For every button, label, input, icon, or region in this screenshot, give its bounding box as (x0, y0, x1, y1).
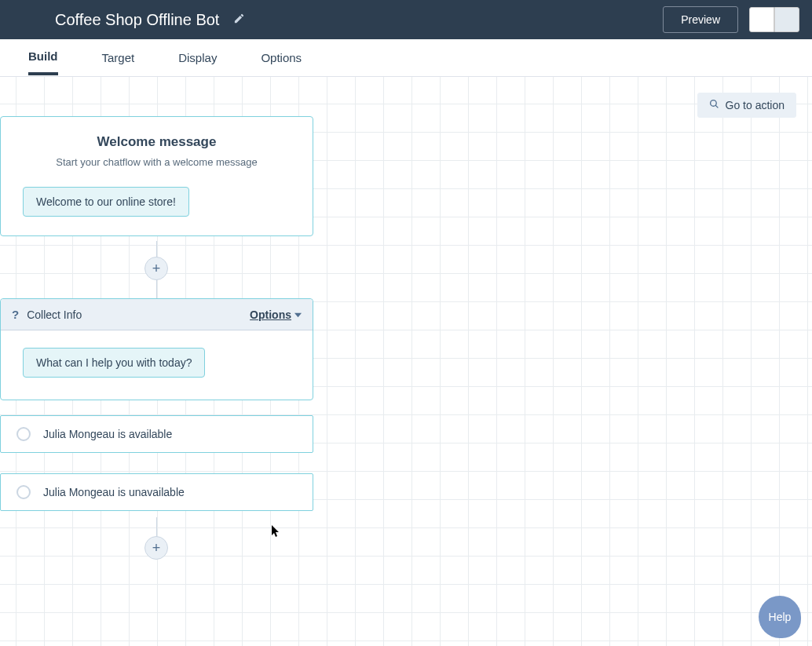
flow-canvas[interactable]: Go to action Welcome message Start your … (0, 77, 812, 646)
help-button[interactable]: Help (759, 596, 801, 638)
branch-label: Julia Mongeau is unavailable (43, 486, 185, 498)
add-step-button[interactable]: + (144, 257, 168, 280)
branch-label: Julia Mongeau is available (43, 428, 172, 440)
preview-button[interactable]: Preview (663, 6, 738, 33)
chevron-down-icon (294, 308, 302, 321)
collect-node-header: ? Collect Info Options (1, 299, 313, 330)
edit-title-icon[interactable] (233, 13, 245, 27)
node-options-dropdown[interactable]: Options (250, 308, 302, 321)
go-to-action-button[interactable]: Go to action (697, 93, 797, 118)
plus-icon: + (152, 540, 161, 557)
plus-icon: + (152, 261, 161, 277)
tab-display[interactable]: Display (178, 42, 217, 74)
radio-icon (16, 427, 31, 441)
welcome-node-subtitle: Start your chatflow with a welcome messa… (23, 156, 291, 168)
options-label: Options (250, 308, 291, 321)
welcome-node-title: Welcome message (23, 134, 291, 150)
search-icon (709, 99, 719, 111)
radio-icon (16, 485, 31, 499)
page-title: Coffee Shop Offline Bot (55, 11, 219, 29)
collect-node-name: Collect Info (27, 308, 82, 321)
branch-unavailable[interactable]: Julia Mongeau is unavailable (0, 473, 313, 511)
tab-target[interactable]: Target (102, 42, 135, 74)
branch-available[interactable]: Julia Mongeau is available (0, 415, 313, 453)
question-icon: ? (12, 308, 19, 321)
tab-bar: Build Target Display Options (0, 39, 812, 77)
collect-prompt-bubble[interactable]: What can I help you with today? (23, 348, 205, 378)
svg-line-1 (715, 105, 718, 108)
tab-options[interactable]: Options (261, 42, 302, 74)
add-step-button[interactable]: + (144, 536, 168, 560)
cursor-icon (272, 525, 281, 538)
welcome-message-bubble[interactable]: Welcome to our online store! (23, 187, 189, 217)
publish-toggle[interactable] (749, 7, 799, 32)
collect-info-node[interactable]: ? Collect Info Options What can I help y… (0, 298, 313, 400)
welcome-message-node[interactable]: Welcome message Start your chatflow with… (0, 116, 313, 236)
svg-point-0 (710, 100, 716, 107)
tab-build[interactable]: Build (28, 40, 58, 75)
go-to-action-label: Go to action (726, 99, 785, 111)
